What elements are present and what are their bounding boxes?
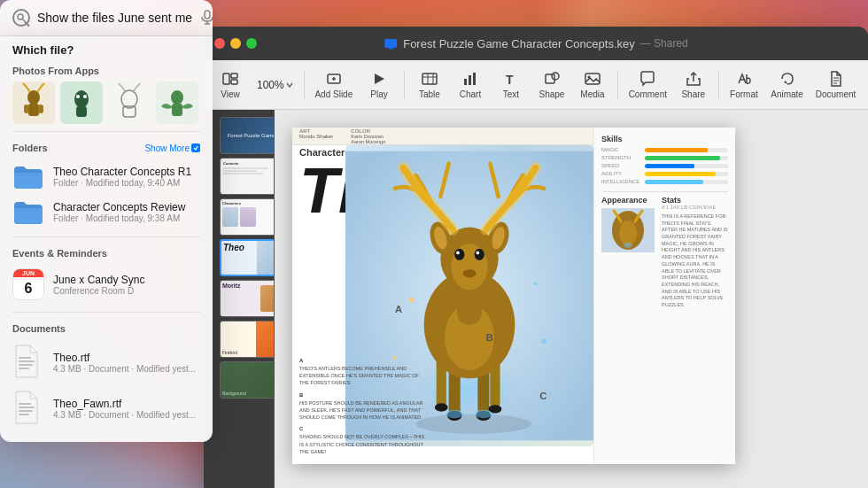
folders-section: Folders Show More (0, 136, 213, 233)
slides-panel: 1 Forest Puzzle Game 2 Contents (204, 110, 275, 488)
shape-label: Shape (539, 89, 564, 99)
color-artist: Karin Donovan Aaron Mucengo (351, 134, 385, 144)
photos-section: Photos From Apps (0, 58, 213, 128)
skills-title: Skills (601, 135, 728, 143)
comment-button[interactable]: Comment (624, 66, 672, 103)
format-icon (735, 70, 753, 88)
spotlight-container: Which file? Photos From Apps (0, 0, 213, 442)
svg-rect-80 (108, 81, 151, 124)
spotlight-results: Which file? Photos From Apps (0, 36, 213, 442)
svg-point-47 (463, 269, 477, 277)
slide-wrapper-4: 4 Theo (207, 239, 270, 276)
microphone-icon[interactable] (199, 10, 215, 26)
doc-item-2[interactable]: Theo_Fawn.rtf 4.3 MB · Document · Modifi… (12, 385, 200, 431)
event-item-1[interactable]: JUN 6 June x Candy Sync Conference Room … (12, 264, 200, 305)
photos-grid (12, 81, 200, 124)
document-button[interactable]: Document (810, 66, 861, 103)
svg-text:A: A (395, 304, 402, 314)
skill-agility-label: AGILITY (601, 171, 641, 176)
divider-3 (12, 312, 200, 313)
photo-thumb-4[interactable] (156, 81, 198, 124)
skill-agility-bar (645, 172, 728, 176)
svg-marker-23 (784, 81, 787, 84)
text-button[interactable]: T Text (492, 66, 531, 103)
search-input[interactable] (37, 11, 192, 25)
share-button[interactable]: Share (674, 66, 713, 103)
skill-agility: AGILITY (601, 171, 728, 176)
photo-thumb-3[interactable] (108, 81, 151, 124)
events-section-label: Events & Reminders (12, 248, 200, 259)
close-button[interactable] (214, 38, 225, 49)
text-label: Text (503, 89, 519, 99)
slide-wrapper-1: 1 Forest Puzzle Game (207, 117, 270, 154)
media-icon (584, 70, 601, 88)
skill-magic-bar (645, 148, 728, 152)
slide-thumb-4[interactable]: Theo (220, 239, 275, 276)
photo-thumb-2[interactable] (60, 81, 103, 124)
zoom-value: 100% (257, 79, 284, 91)
svg-rect-87 (19, 357, 31, 359)
minimize-button[interactable] (230, 38, 241, 49)
doc-icon-1 (12, 344, 44, 381)
format-button[interactable]: Format (725, 66, 763, 103)
event-info-1: June x Candy Sync Conference Room D (53, 274, 200, 296)
slide-wrapper-2: 2 Contents (207, 158, 270, 195)
add-slide-label: Add Slide (314, 89, 353, 99)
main-slide-content: ART Rondo Shaker COLOR Karin Donovan Aar… (292, 128, 735, 464)
folder-name-1: Theo Character Concepts R1 (53, 166, 200, 178)
animate-label: Animate (771, 89, 803, 99)
share-icon (685, 70, 702, 88)
svg-point-29 (415, 414, 531, 433)
svg-rect-10 (422, 74, 437, 84)
slide-thumb-2[interactable]: Contents (220, 158, 275, 195)
events-label-text: Events & Reminders (12, 248, 107, 259)
view-button[interactable]: View (211, 66, 250, 103)
view-label: View (221, 89, 240, 99)
shape-button[interactable]: Shape (532, 66, 571, 103)
svg-rect-72 (28, 104, 39, 116)
svg-rect-90 (19, 368, 29, 369)
svg-rect-91 (19, 403, 31, 405)
divider-1 (12, 131, 200, 132)
doc-name-1: Theo.rtf (53, 352, 200, 364)
slide-thumb-7[interactable]: Background (220, 361, 275, 399)
add-slide-button[interactable]: Add Slide (310, 66, 358, 103)
text-header-c: C (299, 426, 428, 431)
text-body-a: THEO'S ANTLERS BECOME PREHENSILE AND EXT… (299, 365, 428, 387)
text-section-b: B HIS POSTURE SHOULD BE RENDERED AS ANGU… (299, 392, 428, 422)
table-button[interactable]: Table (410, 66, 449, 103)
table-icon (421, 70, 438, 88)
show-more-button[interactable]: Show More (144, 143, 200, 153)
svg-rect-67 (205, 11, 210, 19)
svg-point-63 (619, 221, 637, 245)
folder-item-1[interactable]: Theo Character Concepts R1 Folder · Modi… (12, 159, 200, 194)
folder-item-2[interactable]: Character Concepts Review Folder · Modif… (12, 194, 200, 229)
skill-intelligence-label: INTELLIGENCE (601, 179, 641, 184)
table-label: Table (419, 89, 440, 99)
comment-label: Comment (629, 89, 667, 99)
slide-thumb-1[interactable]: Forest Puzzle Game (220, 117, 275, 154)
maximize-button[interactable] (246, 38, 257, 49)
slide-thumb-3[interactable]: Characters (220, 198, 275, 236)
skill-speed-label: SPEED (601, 163, 641, 168)
skill-magic-label: MAGIC (601, 147, 641, 152)
svg-rect-4 (231, 74, 237, 78)
media-button[interactable]: Media (573, 66, 612, 103)
play-icon (370, 70, 388, 88)
doc-item-1[interactable]: Theo.rtf 4.3 MB · Document · Modified ye… (12, 339, 200, 385)
folder-svg-1 (12, 163, 44, 190)
text-section-c: C SHADING SHOULD NOT BE OVERLY COMPLEX—T… (299, 426, 428, 455)
play-button[interactable]: Play (360, 66, 399, 103)
add-slide-icon (325, 70, 343, 88)
skill-strength: STRENGTH (601, 155, 728, 160)
chart-button[interactable]: Chart (451, 66, 490, 103)
slide-thumb-6[interactable]: Firebird (220, 321, 275, 358)
photo-thumb-1[interactable] (12, 81, 55, 124)
appearance-title: Appearance (601, 196, 655, 205)
animate-button[interactable]: Animate (765, 66, 809, 103)
zoom-button[interactable]: 100% (252, 75, 298, 95)
slide-thumb-5[interactable]: Moritz (220, 280, 275, 317)
main-slide-area: ART Rondo Shaker COLOR Karin Donovan Aar… (275, 110, 868, 488)
folder-icon-1 (12, 163, 44, 190)
play-label: Play (370, 89, 387, 99)
